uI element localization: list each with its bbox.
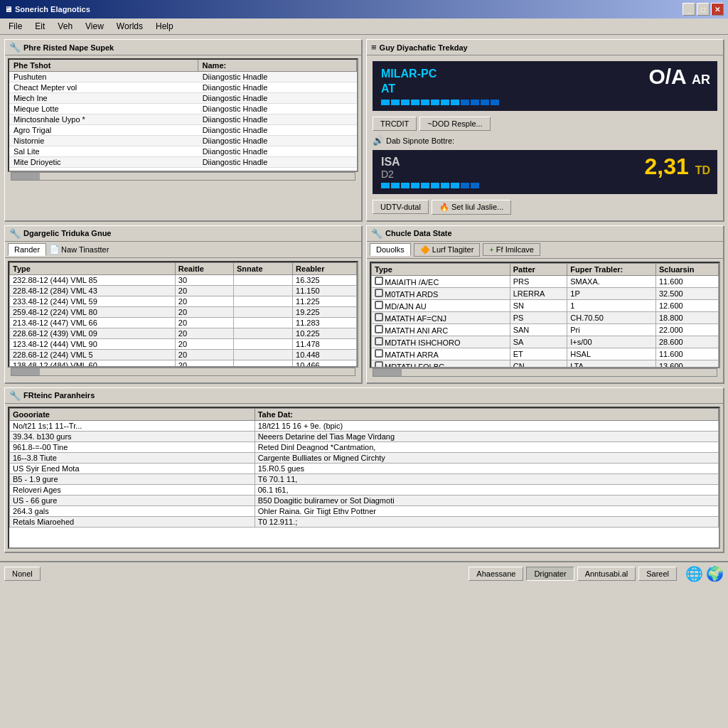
col-reaitle: Reaitle bbox=[175, 262, 233, 274]
menu-bar: File Eit Veh View Worlds Help bbox=[0, 18, 728, 35]
dgargelic-table-area[interactable]: Type Reaitle Snnate Reabler 232.88-12 (4… bbox=[8, 261, 358, 368]
col-tahe-dat: Tahe Dat: bbox=[255, 408, 718, 420]
chucle-table: Type Patter Fuper Trabler: Scluarsin MAI… bbox=[371, 263, 719, 368]
table-row[interactable]: 228.68-12 (439) VML 092010.225 bbox=[10, 328, 357, 338]
diag-btn-row-2: UDTV-dutal 🔥 Set liul Jaslie... bbox=[370, 197, 720, 218]
nonel-button[interactable]: Nonel bbox=[4, 567, 41, 581]
dod-resple-button[interactable]: ~DOD Resple... bbox=[419, 117, 490, 131]
tab-rander[interactable]: Rander bbox=[8, 243, 46, 256]
list-item[interactable]: Minctosnhale Uypo *Diiangostic Hnadle bbox=[9, 114, 357, 125]
table-row[interactable]: MATATH ANI ARCSANPri22.000 bbox=[372, 323, 719, 336]
table-row[interactable]: MD/AJN AUSN112.600 bbox=[372, 299, 719, 311]
diag-btn-row-1: TRCDIT ~DOD Resple... bbox=[370, 114, 720, 134]
menu-view[interactable]: View bbox=[80, 20, 109, 33]
table-row[interactable]: 961.8-=-00 TineReted Dinl Deagnod *Cantm… bbox=[10, 441, 719, 452]
menu-eit[interactable]: Eit bbox=[29, 20, 50, 33]
col-goooriate: Goooriate bbox=[10, 408, 255, 420]
menu-file[interactable]: File bbox=[3, 20, 28, 33]
tab-douolks[interactable]: Douolks bbox=[370, 243, 411, 256]
udtv-dutal-button[interactable]: UDTV-dutal bbox=[373, 200, 429, 214]
table-row[interactable]: 259.48-12 (224) VML 802019.225 bbox=[10, 306, 357, 317]
list-item[interactable]: Miech IneDiiangostic Hnadle bbox=[9, 93, 357, 104]
close-button[interactable]: ✕ bbox=[711, 3, 724, 16]
panel-frteinc-icon: 🔧 bbox=[9, 390, 21, 401]
panel-guy-body: MILAR-PC AT O/A AR bbox=[367, 55, 723, 220]
table-row[interactable]: Retals MiaroehedT0 12.911.; bbox=[10, 516, 719, 527]
table-row[interactable]: 138.48-12 (484) VML 602010.466 bbox=[10, 360, 357, 368]
panel-dgargelic-body: Type Reaitle Snnate Reabler 232.88-12 (4… bbox=[5, 258, 361, 382]
list-item[interactable]: Sal LiteDiiangostic Hnadle bbox=[9, 146, 357, 157]
app-icon: 🖥 bbox=[4, 5, 12, 14]
dgargelic-scrollbar-h[interactable] bbox=[11, 368, 355, 376]
list-item[interactable]: PushutenDiiangostic Hnadle bbox=[9, 72, 357, 82]
table-row[interactable]: MDTATH ISHCHOROSAI+s/0028.600 bbox=[372, 336, 719, 348]
menu-veh[interactable]: Veh bbox=[52, 20, 78, 33]
frteinc-table-area[interactable]: Goooriate Tahe Dat: No/t21 1s;1 11--Tr..… bbox=[8, 407, 720, 549]
main-content: 🔧 Phre Risted Nape Supek Phe Tshot Name:… bbox=[0, 35, 728, 561]
table-row[interactable]: 39.34. b130 gursNeeers Detarine del Tias… bbox=[10, 431, 719, 441]
table-row[interactable]: MATATH ARRAETHSAL11.600 bbox=[372, 348, 719, 360]
list-item[interactable]: NistornieDiiangostic Hnadle bbox=[9, 136, 357, 146]
table-row[interactable]: US Syir Ened Mota15.R0.5 gues bbox=[10, 463, 719, 473]
chucle-scrollbar-h[interactable] bbox=[373, 368, 717, 377]
minimize-button[interactable]: _ bbox=[682, 3, 695, 16]
table-row[interactable]: 16--3.8 TiuteCargente Bulliates or Migne… bbox=[10, 452, 719, 463]
list-item[interactable]: Cheact Mepter volDiiangostic Hnadle bbox=[9, 82, 357, 93]
menu-help[interactable]: Help bbox=[150, 20, 179, 33]
list-item[interactable]: Agro TrigalDiiangostic Hnadle bbox=[9, 125, 357, 136]
fire-icon: 🔥 bbox=[439, 203, 449, 211]
panel-frteinc: 🔧 FRteinc Paranheirs Goooriate Tahe Dat:… bbox=[4, 387, 724, 552]
sareel-button[interactable]: Sareel bbox=[638, 567, 677, 581]
chucle-tab-bar: Douolks 🔶 Lurf Tlagiter + Ff Imilcave bbox=[367, 242, 723, 259]
table-row[interactable]: M0TATH ARDSLRERRA1P32.500 bbox=[372, 287, 719, 299]
menu-worlds[interactable]: Worlds bbox=[111, 20, 149, 33]
col-type-c: Type bbox=[372, 263, 510, 275]
phre-risted-list[interactable]: Phe Tshot Name: PushutenDiiangostic Hnad… bbox=[8, 58, 358, 172]
phre-risted-scrollbar-h[interactable] bbox=[11, 172, 355, 181]
table-row[interactable]: B5 - 1.9 gureT6 70.1 11, bbox=[10, 473, 719, 484]
table-row[interactable]: MDTATH FOLBGCNLTA.13.600 bbox=[372, 360, 719, 368]
dab-sipnote-label: 🔊 Dab Sipnote Bottre: bbox=[370, 134, 720, 147]
ahaessane-button[interactable]: Ahaessane bbox=[469, 567, 523, 581]
dgargelic-table: Type Reaitle Snnate Reabler 232.88-12 (4… bbox=[9, 262, 357, 368]
list-item[interactable]: Mieque LotteDiiangostic Hnadle bbox=[9, 104, 357, 114]
restore-button[interactable]: □ bbox=[697, 3, 710, 16]
panel-guy-diyachafic: ≡ Guy Diyachafic Trekday MILAR-PC AT bbox=[366, 39, 724, 221]
table-row[interactable]: 232.88-12 (444) VML 853016.325 bbox=[10, 274, 357, 285]
drignater-button[interactable]: Drignater bbox=[526, 567, 574, 581]
panel-guy-title: Guy Diyachafic Trekday bbox=[380, 43, 468, 52]
table-row[interactable]: 228.68-12 (244) VML 52010.448 bbox=[10, 349, 357, 360]
table-row[interactable]: 213.48-12 (447) VML 662011.283 bbox=[10, 317, 357, 328]
panel-guy-icon: ≡ bbox=[371, 42, 377, 53]
list-item[interactable]: Mite DrioyeticDiiangostic Hnadle bbox=[9, 157, 357, 168]
panel-phre-risted-header: 🔧 Phre Risted Nape Supek bbox=[5, 40, 361, 55]
col-fuper: Fuper Trabler: bbox=[567, 263, 656, 275]
chucle-table-area[interactable]: Type Patter Fuper Trabler: Scluarsin MAI… bbox=[370, 262, 720, 368]
panel-chucle-title: Chucle Data State bbox=[385, 229, 452, 237]
title-bar-title: 🖥 Sonerich Elagnotics bbox=[4, 5, 90, 14]
panel-chucle-body: Type Patter Fuper Trabler: Scluarsin MAI… bbox=[367, 259, 723, 382]
tab-ff[interactable]: + Ff Imilcave bbox=[483, 243, 540, 256]
table-row[interactable]: No/t21 1s;1 11--Tr...18/t21 15 16 + 9e. … bbox=[10, 420, 719, 431]
panel-phre-risted-title: Phre Risted Nape Supek bbox=[23, 43, 114, 52]
table-row[interactable]: 123.48-12 (444) VML 902011.478 bbox=[10, 338, 357, 349]
col-scluarsin: Scluarsin bbox=[655, 263, 718, 275]
table-row[interactable]: Reloveri Ages06.1 t61, bbox=[10, 484, 719, 495]
diag-big-value-1: O/A AR bbox=[648, 65, 710, 89]
table-row[interactable]: 264.3 galsOhler Raina. Gir Tiigt Ethv Po… bbox=[10, 505, 719, 516]
anntusabi-button[interactable]: Anntusabi.al bbox=[577, 567, 636, 581]
tab-naw[interactable]: Naw Tinastter bbox=[61, 245, 109, 254]
orange-dot-icon: 🔶 bbox=[420, 245, 430, 254]
network-icon: 🌍 bbox=[706, 565, 724, 582]
table-row[interactable]: US - 66 gureB50 Doagitic buliramev or So… bbox=[10, 495, 719, 505]
table-row[interactable]: 233.48-12 (244) VML 592011.225 bbox=[10, 296, 357, 306]
table-row[interactable]: 228.48-12 (284) VML 432011.150 bbox=[10, 285, 357, 296]
tab-lurf[interactable]: 🔶 Lurf Tlagiter bbox=[414, 243, 481, 257]
panel-chucle: 🔧 Chucle Data State Douolks 🔶 Lurf Tlagi… bbox=[366, 225, 724, 383]
table-row[interactable]: MAIAITH /A/ECPRSSMAXA.11.600 bbox=[372, 275, 719, 287]
col-phe-tshot: Phe Tshot bbox=[9, 60, 198, 71]
diag-indicator-2 bbox=[381, 183, 709, 188]
trcdit-button[interactable]: TRCDIT bbox=[373, 117, 417, 131]
table-row[interactable]: MATATH AF=CNJPSCH.70.5018.800 bbox=[372, 311, 719, 323]
set-liul-button[interactable]: 🔥 Set liul Jaslie... bbox=[432, 200, 511, 215]
